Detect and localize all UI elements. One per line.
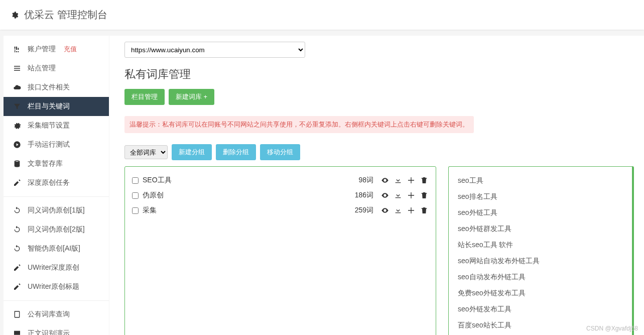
sidebar-item-label: 文章暂存库: [28, 159, 63, 168]
sidebar-item-label: 正文识别演示: [28, 329, 70, 335]
library-count: 98词: [358, 176, 373, 185]
library-row: 采集259词: [132, 203, 429, 218]
eye-icon[interactable]: [380, 206, 390, 215]
download-icon[interactable]: [394, 176, 403, 185]
library-checkbox[interactable]: [132, 177, 139, 184]
cloud-icon: [13, 83, 22, 92]
download-icon[interactable]: [394, 191, 403, 200]
gears-icon: [13, 121, 22, 130]
edit-icon: [13, 178, 22, 187]
sidebar-item-label: 站点管理: [28, 64, 56, 73]
play-icon: [13, 140, 22, 149]
sidebar-item-b0[interactable]: 同义词伪原创[1版]: [4, 201, 109, 220]
trash-icon[interactable]: [420, 191, 429, 200]
library-checkbox[interactable]: [132, 192, 139, 199]
sidebar-item-a4[interactable]: 采集细节设置: [4, 116, 109, 135]
library-checkbox[interactable]: [132, 207, 139, 214]
delete-group-button[interactable]: 删除分组: [216, 144, 256, 160]
sidebar-item-a7[interactable]: 深度原创任务: [4, 173, 109, 192]
download-icon[interactable]: [394, 206, 403, 215]
sidebar-item-a2[interactable]: 接口文件相关: [4, 78, 109, 97]
site-select[interactable]: https://www.ucaiyun.com: [124, 42, 305, 58]
library-count: 186词: [355, 191, 373, 200]
keyword-item[interactable]: seo网站自动发布外链工具: [456, 253, 625, 269]
column-manage-button[interactable]: 栏目管理: [124, 89, 165, 105]
sidebar-item-c0[interactable]: 公有词库查询: [4, 305, 109, 324]
new-library-button[interactable]: 新建词库 +: [169, 89, 214, 105]
book-icon: [13, 310, 22, 319]
keyword-item[interactable]: seo自动发布外链工具: [456, 269, 625, 285]
edit-icon: [13, 263, 22, 272]
eye-icon[interactable]: [380, 176, 390, 185]
keyword-panel: seo工具seo排名工具seo外链工具seo外链群发工具站长seo工具 软件se…: [448, 166, 634, 335]
library-panel: SEO工具98词伪原创186词采集259词: [124, 166, 436, 335]
sidebar-item-label: 接口文件相关: [28, 83, 70, 92]
refresh-icon: [13, 225, 22, 234]
keyword-item[interactable]: seo外链发布工具: [456, 301, 625, 317]
sidebar-item-a5[interactable]: 手动运行测试: [4, 135, 109, 154]
eye-icon[interactable]: [380, 191, 390, 200]
keyword-item[interactable]: seo排名工具: [456, 189, 625, 205]
hint-text: 温馨提示：私有词库可以在同账号不同网站之间共享使用，不必重复添加。右侧框内关键词…: [124, 116, 474, 133]
sidebar-item-a1[interactable]: 站点管理: [4, 59, 109, 78]
move-group-button[interactable]: 移动分组: [260, 144, 300, 160]
keyword-item[interactable]: 站长seo工具 软件: [456, 237, 625, 253]
sidebar-item-b1[interactable]: 同义词伪原创[2版]: [4, 220, 109, 239]
sidebar-item-label: 手动运行测试: [28, 140, 70, 149]
sidebar-item-label: 栏目与关键词: [28, 102, 70, 111]
sidebar-item-a6[interactable]: 文章暂存库: [4, 154, 109, 173]
bars-icon: [13, 45, 22, 54]
sidebar-item-label: UWriter深度原创: [28, 263, 79, 272]
list-icon: [13, 64, 22, 73]
keyword-item[interactable]: 免费seo外链发布工具: [456, 285, 625, 301]
library-name: SEO工具: [143, 176, 354, 185]
library-row: 伪原创186词: [132, 188, 429, 203]
page-brand: 优采云 管理控制台: [24, 8, 107, 22]
sidebar-item-label: 同义词伪原创[2版]: [28, 225, 85, 234]
trash-icon[interactable]: [420, 206, 429, 215]
trash-icon[interactable]: [420, 176, 429, 185]
sidebar-item-label: 智能伪原创[AI版]: [28, 244, 80, 253]
sidebar-item-label: 采集细节设置: [28, 121, 70, 130]
page-title: 私有词库管理: [124, 67, 634, 82]
sidebar-item-b2[interactable]: 智能伪原创[AI版]: [4, 239, 109, 258]
new-group-button[interactable]: 新建分组: [172, 144, 212, 160]
header: 优采云 管理控制台: [0, 0, 644, 30]
keyword-item[interactable]: seo外链工具: [456, 205, 625, 221]
db-icon: [13, 159, 22, 168]
sidebar-item-label: 深度原创任务: [28, 178, 70, 187]
refresh-icon: [13, 244, 22, 253]
keyword-item[interactable]: seo工具: [456, 173, 625, 189]
filter-icon: [13, 102, 22, 111]
refresh-icon: [13, 206, 22, 215]
keyword-item[interactable]: seo外链群发工具: [456, 221, 625, 237]
plus-icon[interactable]: [407, 191, 416, 200]
sidebar: 账户管理充值站点管理接口文件相关栏目与关键词采集细节设置手动运行测试文章暂存库深…: [4, 36, 109, 335]
plus-icon[interactable]: [407, 206, 416, 215]
sidebar-item-label: 账户管理: [28, 45, 56, 54]
sidebar-item-label: 同义词伪原创[1版]: [28, 206, 85, 215]
plus-icon[interactable]: [407, 176, 416, 185]
watermark: CSDN @Xgvafdj58: [586, 325, 638, 332]
sidebar-item-label: 公有词库查询: [28, 310, 70, 319]
edit-icon: [13, 282, 22, 291]
main-content: https://www.ucaiyun.com 私有词库管理 栏目管理 新建词库…: [109, 36, 644, 335]
recharge-badge: 充值: [64, 45, 77, 54]
library-name: 采集: [143, 206, 351, 215]
library-row: SEO工具98词: [132, 173, 429, 188]
sidebar-item-b4[interactable]: UWriter原创标题: [4, 277, 109, 296]
sidebar-item-a3[interactable]: 栏目与关键词: [4, 97, 109, 116]
library-count: 259词: [355, 206, 373, 215]
sidebar-item-b3[interactable]: UWriter深度原创: [4, 258, 109, 277]
sidebar-item-a0[interactable]: 账户管理充值: [4, 40, 109, 59]
gear-icon: [10, 11, 19, 20]
library-name: 伪原创: [143, 191, 351, 200]
group-select[interactable]: 全部词库: [124, 145, 168, 159]
monitor-icon: [13, 329, 22, 335]
sidebar-item-label: UWriter原创标题: [28, 282, 79, 291]
sidebar-item-c1[interactable]: 正文识别演示: [4, 324, 109, 335]
